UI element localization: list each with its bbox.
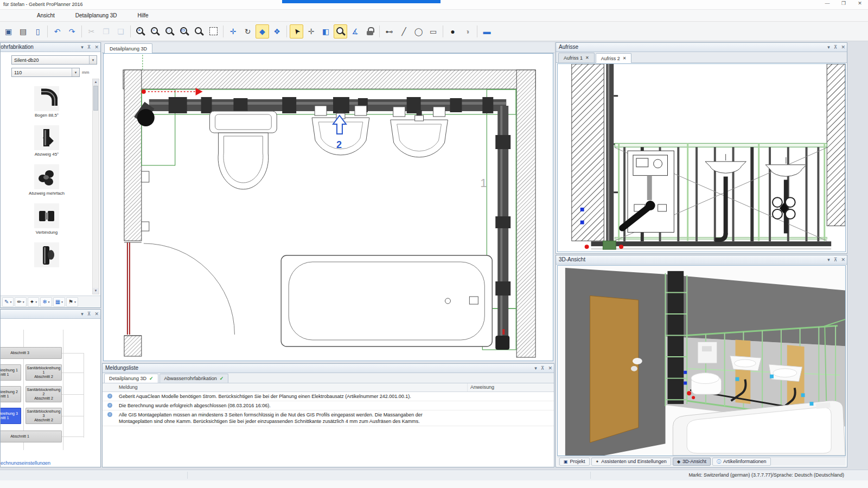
info-icon: i xyxy=(107,394,112,399)
scrollbar-thumb[interactable] xyxy=(93,86,98,111)
grid-tool-button[interactable]: ▦▾ xyxy=(53,297,65,307)
block-cell[interactable]: Sanitärblockreihung 1Abschnitt 1 xyxy=(1,364,21,381)
tab-aufriss-1[interactable]: Aufriss 1✕ xyxy=(558,53,595,62)
close-button[interactable]: ✕ xyxy=(856,1,864,6)
draw-tool-button[interactable]: ✏▾ xyxy=(15,297,26,307)
message-row[interactable]: iAlle GIS Montageplatten müssen an minde… xyxy=(103,410,554,426)
diameter-select[interactable]: 110 ▾ xyxy=(11,68,80,77)
maximize-button[interactable]: ❐ xyxy=(840,1,847,6)
calculation-settings-link[interactable]: Berechnungseinstellungen xyxy=(1,460,50,465)
catalog-item[interactable]: Abzweig 45° xyxy=(2,125,92,157)
message-row[interactable]: iDie Berechnung wurde erfolgreich abgesc… xyxy=(103,401,554,410)
zoom-region-button[interactable] xyxy=(207,24,220,38)
redo-button[interactable]: ↷ xyxy=(65,24,79,38)
select-cursor-button[interactable]: ➤ xyxy=(290,24,303,38)
close-icon[interactable]: ✕ xyxy=(623,56,627,61)
paint-parts-button[interactable]: ❖ xyxy=(270,24,284,38)
close-icon[interactable]: ✕ xyxy=(841,43,845,52)
catalog-item[interactable]: Abzweig mehrfach xyxy=(2,164,92,196)
block-cell[interactable]: Sanitärblockreihung 1Abschnitt 2 xyxy=(25,364,62,381)
close-icon[interactable]: ✕ xyxy=(841,256,845,264)
marker-tool-button[interactable]: ✦▾ xyxy=(28,297,39,307)
tab-3d-ansicht[interactable]: ◆3D-Ansicht xyxy=(673,458,711,466)
close-icon[interactable]: ✕ xyxy=(548,364,552,373)
measure-button[interactable]: ∡ xyxy=(348,24,362,38)
pan-button[interactable]: ✛ xyxy=(226,24,240,38)
zoom-window-button[interactable]: □ xyxy=(163,24,176,38)
pin-icon[interactable]: ⊼ xyxy=(87,310,91,318)
view-3d-canvas[interactable] xyxy=(557,265,846,456)
pipe-run-button[interactable]: ▬ xyxy=(480,24,494,38)
tab-projekt[interactable]: ▣Projekt xyxy=(559,458,590,466)
layer-tool-button[interactable]: ⚑▾ xyxy=(66,297,78,307)
block-cell[interactable]: Sanitärblockreihung 2Abschnitt 1 xyxy=(1,386,21,402)
sphere-light-button[interactable]: ◑ xyxy=(461,24,474,38)
paste-button[interactable]: ❏ xyxy=(114,24,127,38)
tab-aufriss-2[interactable]: Aufriss 2✕ xyxy=(596,53,632,63)
block-cell[interactable]: Sanitärblockreihung 2Abschnitt 2 xyxy=(25,386,62,402)
magnifier-icon xyxy=(336,27,345,36)
pin-icon[interactable]: ⊼ xyxy=(541,364,545,373)
undo-button[interactable]: ↶ xyxy=(50,24,64,38)
save-button[interactable]: ▣ xyxy=(2,24,15,38)
chevron-down-icon[interactable]: ▾ xyxy=(89,56,97,64)
message-tab-detailplanung-3d[interactable]: Detailplanung 3D✓ xyxy=(104,374,158,383)
lock-button[interactable] xyxy=(363,24,376,38)
chevron-down-icon[interactable]: ▾ xyxy=(81,310,84,318)
chevron-down-icon[interactable]: ▾ xyxy=(534,364,537,373)
zoom-selection-button[interactable] xyxy=(334,24,347,38)
close-icon[interactable]: ✕ xyxy=(94,310,99,318)
block-cell[interactable]: Sanitärblockreihung 3Abschnitt 2 xyxy=(25,408,62,424)
chevron-down-icon[interactable]: ▾ xyxy=(827,256,830,264)
tab-assistenten-und-einstellungen[interactable]: ✦Assistenten und Einstellungen xyxy=(591,458,671,466)
message-tab-abwasserrohrfabrikation[interactable]: Abwasserrohrfabrikation✓ xyxy=(159,374,229,383)
catalog-item[interactable]: Verbindung xyxy=(2,203,92,235)
menu-hilfe[interactable]: Hilfe xyxy=(132,11,154,20)
section-cell-top[interactable]: Abschnitt 3 xyxy=(1,347,62,359)
print-button[interactable]: ▤ xyxy=(16,24,30,38)
zoom-previous-button[interactable] xyxy=(192,24,206,38)
pin-icon[interactable]: ⊼ xyxy=(834,43,838,52)
zoom-in-button[interactable]: + xyxy=(133,24,147,38)
pin-icon[interactable]: ⊼ xyxy=(87,43,91,52)
orbit-button[interactable]: ↻ xyxy=(241,24,254,38)
section-cell-bottom[interactable]: Abschnitt 1 xyxy=(1,431,62,442)
rect-tool-button[interactable]: ▭ xyxy=(426,24,440,38)
cut-button[interactable]: ✂ xyxy=(85,24,98,38)
copy-button[interactable]: ❐ xyxy=(99,24,113,38)
highlight-parts-button[interactable]: ◆ xyxy=(256,24,269,38)
close-icon[interactable]: ✕ xyxy=(94,43,99,52)
edit-tool-button[interactable]: ✎▾ xyxy=(2,297,14,307)
line-tool-button[interactable]: ╱ xyxy=(397,24,411,38)
menu-detailplanung-3d[interactable]: Detailplanung 3D xyxy=(70,11,123,20)
chevron-down-icon[interactable]: ▾ xyxy=(72,68,79,76)
close-icon[interactable]: ✕ xyxy=(585,55,589,60)
messages-table-header: Meldung Anweisung xyxy=(103,383,554,392)
sphere-dark-button[interactable]: ● xyxy=(446,24,459,38)
system-select[interactable]: Silent-db20 ▾ xyxy=(11,55,97,65)
move-button[interactable]: ✛ xyxy=(304,24,318,38)
dimension-button[interactable]: ⊷ xyxy=(382,24,396,38)
parts-scrollbar[interactable]: ▲ ▼ xyxy=(92,79,99,294)
block-cell[interactable]: Sanitärblockreihung 3Abschnitt 1 xyxy=(1,408,21,424)
elevation-canvas[interactable] xyxy=(557,63,846,252)
catalog-item[interactable] xyxy=(2,242,92,269)
minimize-button[interactable]: — xyxy=(824,1,831,6)
catalog-item[interactable]: Bogen 88,5° xyxy=(2,86,92,118)
menu-ansicht[interactable]: Ansicht xyxy=(31,11,60,20)
scroll-up-icon[interactable]: ▲ xyxy=(93,79,99,85)
tab-artikelinformationen[interactable]: ⓘArtikelinformationen xyxy=(712,458,771,466)
ellipse-tool-button[interactable]: ◯ xyxy=(412,24,425,38)
scroll-down-icon[interactable]: ▼ xyxy=(93,288,99,294)
tab-detailplanung-3d[interactable]: Detailplanung 3D xyxy=(104,43,152,53)
report-button[interactable]: ▯ xyxy=(31,24,44,38)
floor-plan-canvas[interactable]: 2 1 xyxy=(103,53,553,361)
zoom-out-button[interactable]: − xyxy=(148,24,162,38)
chevron-down-icon[interactable]: ▾ xyxy=(827,43,830,52)
zoom-fit-button[interactable]: ▭ xyxy=(177,24,191,38)
chevron-down-icon[interactable]: ▾ xyxy=(81,43,84,52)
message-row[interactable]: iGeberit AquaClean Modelle benötigen Str… xyxy=(103,392,554,401)
component-select-button[interactable]: ◧ xyxy=(319,24,333,38)
snap-tool-button[interactable]: ❄▾ xyxy=(40,297,52,307)
pin-icon[interactable]: ⊼ xyxy=(834,256,838,264)
